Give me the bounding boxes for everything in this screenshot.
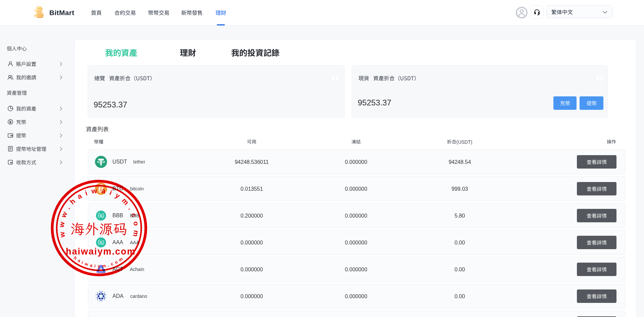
svg-text:haiwaiym.com: haiwaiym.com	[66, 246, 136, 257]
